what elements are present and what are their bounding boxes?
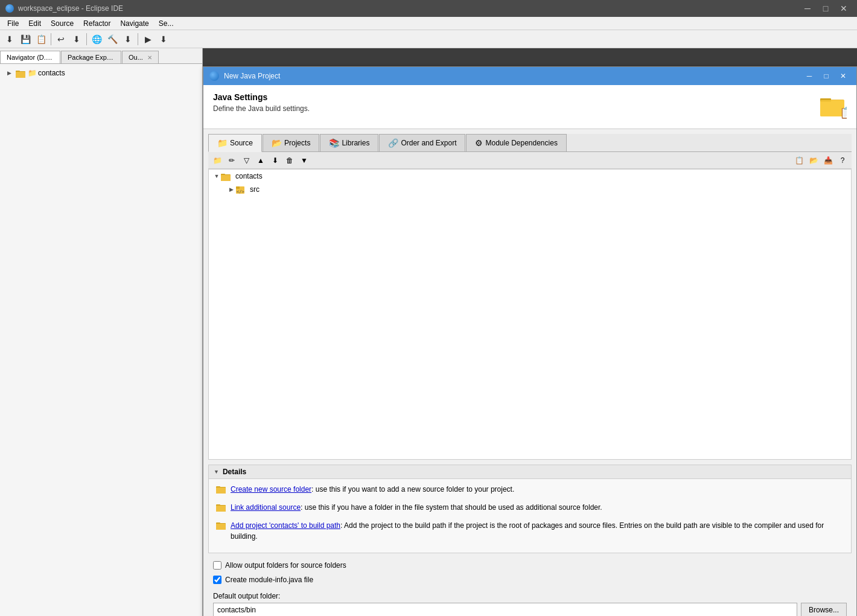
tree-tool-btn-delete[interactable]: 🗑 [283,154,296,167]
minimize-button[interactable]: ─ [799,2,816,15]
window-title: workspace_eclipse - Eclipse IDE [18,4,799,13]
tab-package-explorer[interactable]: Package Exp... ✕ [61,51,121,63]
tree-tool-btn-r3[interactable]: 📥 [821,154,835,167]
package-icon: 📁 [28,69,37,77]
toolbar-btn-3[interactable]: 📋 [34,32,48,46]
tree-item-contacts[interactable]: ▶ 📁 contacts [2,66,200,80]
tree-toolbar: 📁 ✏ ▽ ▲ ⬇ 🗑 ▼ 📋 📂 📥 ? [208,152,852,169]
eclipse-icon [5,4,14,13]
dialog-close-button[interactable]: ✕ [836,70,850,82]
tree-tool-btn-5[interactable]: ⬇ [269,154,282,167]
dialog-content: 📁 Source 📂 Projects 📚 Libraries 🔗 Order … [203,129,856,616]
left-panel: Navigator (D... ✕ Package Exp... ✕ Ou...… [0,48,203,616]
svg-text:</>: </> [237,189,244,194]
tab-module-dependencies[interactable]: ⚙ Module Dependencies [466,134,566,151]
toolbar-sep-2 [86,33,87,45]
src-arrow: ▶ [227,186,235,192]
tree-tool-btn-r2[interactable]: 📂 [807,154,820,167]
tree-tool-btn-dropdown[interactable]: ▼ [298,154,311,167]
toolbar-btn-1[interactable]: ⬇ [2,32,17,46]
contacts-folder-icon [221,171,231,181]
link-additional-source-link[interactable]: Link additional source [231,503,301,512]
details-header[interactable]: ▼ Details [209,465,851,479]
allow-output-folders-checkbox[interactable] [213,561,221,570]
tab-projects[interactable]: 📂 Projects [263,134,319,151]
toolbar-btn-6[interactable]: 🌐 [89,32,104,46]
output-folder-input[interactable] [213,603,797,616]
source-tree-src[interactable]: ▶ </> src [209,183,851,196]
tab-outline[interactable]: Ou... ✕ [122,51,159,63]
tab-navigator[interactable]: Navigator (D... ✕ [0,51,60,63]
close-package-icon[interactable]: ✕ [116,54,121,61]
tab-order-export[interactable]: 🔗 Order and Export [379,134,465,151]
create-module-info-row: Create module-info.java file [213,573,847,587]
title-bar: workspace_eclipse - Eclipse IDE ─ □ ✕ [0,0,857,17]
source-tree[interactable]: ▼ contacts ▶ [208,169,852,460]
tree-tool-btn-r1[interactable]: 📋 [792,154,806,167]
dialog-minimize-button[interactable]: ─ [802,70,817,82]
details-text-1: Create new source folder: use this if yo… [231,484,514,495]
menu-file[interactable]: File [2,18,24,29]
window-controls: ─ □ ✕ [799,2,852,15]
toolbar-btn-8[interactable]: ⬇ [121,32,135,46]
svg-rect-2 [16,72,25,78]
dialog-header-icon: 📋 [818,92,847,121]
dialog-title-icon [209,71,219,81]
src-icon: </> [235,184,245,194]
tab-libraries[interactable]: 📚 Libraries [320,134,378,151]
dialog-title-controls: ─ □ ✕ [802,70,850,82]
create-module-info-checkbox[interactable] [213,576,221,584]
toolbar-btn-7[interactable]: 🔨 [105,32,119,46]
browse-button[interactable]: Browse... [801,603,847,616]
toolbar-btn-5[interactable]: ⬇ [69,32,84,46]
settings-tabs: 📁 Source 📂 Projects 📚 Libraries 🔗 Order … [208,134,852,152]
main-layout: Navigator (D... ✕ Package Exp... ✕ Ou...… [0,48,857,616]
toolbar-btn-2[interactable]: 💾 [18,32,33,46]
toolbar-btn-4[interactable]: ↩ [54,32,68,46]
tab-source[interactable]: 📁 Source [208,134,262,152]
output-folder-row: Browse... [213,603,847,616]
details-icon-2 [216,503,226,514]
order-export-tab-icon: 🔗 [388,138,398,148]
allow-output-folders-label[interactable]: Allow output folders for source folders [225,561,346,570]
tree-tool-btn-help[interactable]: ? [836,154,849,167]
close-outline-icon[interactable]: ✕ [147,54,152,61]
tree-tool-btn-2[interactable]: ✏ [225,154,238,167]
toolbar-btn-9[interactable]: ▶ [141,32,155,46]
menu-source[interactable]: Source [46,18,78,29]
contacts-arrow: ▼ [212,173,221,179]
dialog-maximize-button[interactable]: □ [819,70,833,82]
source-tree-contacts[interactable]: ▼ contacts [209,170,851,183]
folder-icon-contacts [16,68,25,78]
details-text-2: Link additional source: use this if you … [231,502,602,513]
toolbar-btn-10[interactable]: ⬇ [156,32,171,46]
menu-refactor[interactable]: Refactor [78,18,115,29]
details-header-label: Details [223,468,246,476]
menu-navigate[interactable]: Navigate [115,18,153,29]
menu-edit[interactable]: Edit [24,18,46,29]
dialog-title-bar: New Java Project ─ □ ✕ [203,67,856,85]
add-to-build-path-link[interactable]: Add project 'contacts' to build path [231,521,340,530]
tree-tool-btn-filter[interactable]: ▽ [240,154,253,167]
allow-output-folders-row: Allow output folders for source folders [213,558,847,573]
menu-more[interactable]: Se... [154,18,179,29]
details-icon-3 [216,521,226,532]
close-window-button[interactable]: ✕ [835,2,852,15]
toolbar-sep-1 [51,33,51,45]
maximize-button[interactable]: □ [817,2,834,15]
navigator-tree: ▶ 📁 contacts [0,64,202,616]
create-source-folder-link[interactable]: Create new source folder [231,485,311,494]
details-icon-1 [216,484,226,496]
libraries-tab-icon: 📚 [329,138,339,148]
svg-rect-9 [221,175,231,181]
details-row-3: Add project 'contacts' to build path: Ad… [216,520,844,542]
tree-tool-btn-1[interactable]: 📁 [211,154,224,167]
panel-tabs: Navigator (D... ✕ Package Exp... ✕ Ou...… [0,48,202,64]
dialog-title-text: New Java Project [224,72,802,80]
tree-tool-btn-4[interactable]: ▲ [254,154,267,167]
close-navigator-icon[interactable]: ✕ [54,54,59,61]
create-module-info-label[interactable]: Create module-info.java file [225,576,313,584]
module-dep-tab-icon: ⚙ [475,138,483,148]
svg-rect-15 [216,487,226,494]
menu-bar: File Edit Source Refactor Navigate Se... [0,17,857,30]
